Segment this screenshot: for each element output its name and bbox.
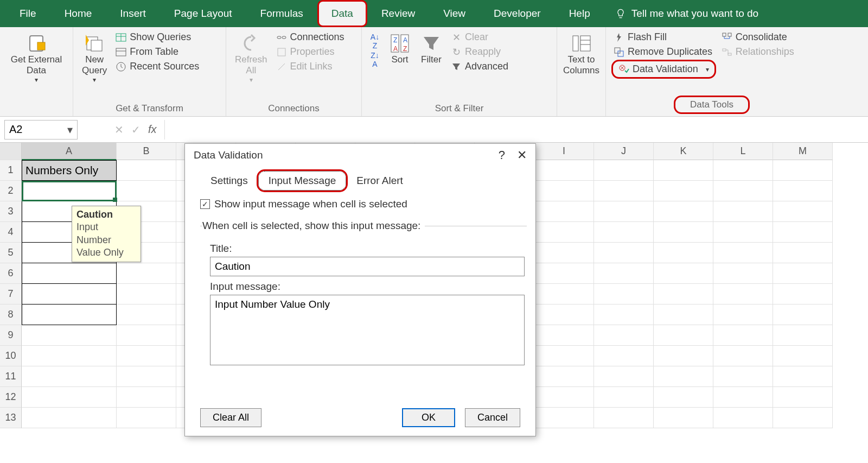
flash-fill-button[interactable]: Flash Fill [611,30,716,44]
close-icon[interactable]: ✕ [517,148,527,162]
cell-M4[interactable] [773,222,833,243]
column-header-J[interactable]: J [594,143,654,160]
ok-button[interactable]: OK [402,408,455,427]
cell-M6[interactable] [773,263,833,284]
cell-B9[interactable] [117,325,176,346]
cell-M5[interactable] [773,243,833,263]
cell-I4[interactable] [534,222,594,243]
cell-J1[interactable] [594,160,654,181]
cell-J13[interactable] [594,408,654,428]
cell-A1[interactable]: Numbers Only [22,160,117,181]
cell-I6[interactable] [534,263,594,284]
cell-B7[interactable] [117,284,176,305]
dialog-tab-settings[interactable]: Settings [200,171,258,191]
cell-K12[interactable] [654,387,713,408]
cell-L5[interactable] [713,243,773,263]
cell-A8[interactable] [22,305,117,325]
cell-K11[interactable] [654,366,713,387]
data-validation-button[interactable]: Data Validation▾ [616,62,711,76]
cell-J4[interactable] [594,222,654,243]
cell-K10[interactable] [654,346,713,366]
from-table-button[interactable]: From Table [113,45,201,59]
cell-B2[interactable] [117,181,176,201]
cell-B6[interactable] [117,263,176,284]
cell-K9[interactable] [654,325,713,346]
row-header-5[interactable]: 5 [0,243,22,263]
advanced-filter-button[interactable]: Advanced [449,60,510,73]
tab-home[interactable]: Home [50,0,106,27]
row-header-9[interactable]: 9 [0,325,22,346]
relationships-button[interactable]: Relationships [719,45,796,59]
cell-M2[interactable] [773,181,833,201]
cell-I8[interactable] [534,305,594,325]
column-header-M[interactable]: M [773,143,833,160]
edit-links-button[interactable]: Edit Links [274,60,347,73]
enter-formula-icon[interactable]: ✓ [131,123,141,136]
cell-L8[interactable] [713,305,773,325]
cell-K5[interactable] [654,243,713,263]
cell-J3[interactable] [594,201,654,222]
tab-formulas[interactable]: Formulas [246,0,317,27]
properties-button[interactable]: Properties [274,45,347,59]
tab-developer[interactable]: Developer [480,0,555,27]
cell-M8[interactable] [773,305,833,325]
tab-page-layout[interactable]: Page Layout [160,0,246,27]
sort-button[interactable]: ZAAZ Sort [386,30,414,67]
cell-L2[interactable] [713,181,773,201]
recent-sources-button[interactable]: Recent Sources [113,60,201,73]
name-box[interactable]: A2 ▾ [4,120,78,139]
cell-L4[interactable] [713,222,773,243]
cell-M3[interactable] [773,201,833,222]
cell-I12[interactable] [534,387,594,408]
column-header-A[interactable]: A [22,143,117,160]
refresh-all-button[interactable]: Refresh All ▾ [232,30,271,86]
row-header-1[interactable]: 1 [0,160,22,181]
cell-B13[interactable] [117,408,176,428]
tab-view[interactable]: View [429,0,480,27]
row-header-8[interactable]: 8 [0,305,22,325]
cell-I1[interactable] [534,160,594,181]
cell-I2[interactable] [534,181,594,201]
column-header-K[interactable]: K [654,143,713,160]
show-queries-button[interactable]: Show Queries [113,30,201,44]
title-input[interactable] [210,257,525,276]
cancel-formula-icon[interactable]: ✕ [114,123,124,136]
cell-K1[interactable] [654,160,713,181]
cell-K8[interactable] [654,305,713,325]
tab-file[interactable]: File [5,0,50,27]
cell-A9[interactable] [22,325,117,346]
fx-icon[interactable]: fx [148,123,157,136]
cell-L6[interactable] [713,263,773,284]
help-icon[interactable]: ? [499,148,505,162]
cell-A7[interactable] [22,284,117,305]
sort-za-button[interactable]: Z↓A [367,53,382,66]
cell-I10[interactable] [534,346,594,366]
cell-M9[interactable] [773,325,833,346]
row-header-3[interactable]: 3 [0,201,22,222]
dialog-tab-error-alert[interactable]: Error Alert [346,171,413,191]
cell-B8[interactable] [117,305,176,325]
cell-A11[interactable] [22,366,117,387]
tab-data[interactable]: Data [317,0,367,27]
select-all-corner[interactable] [0,143,22,160]
cell-L10[interactable] [713,346,773,366]
cell-J6[interactable] [594,263,654,284]
cell-I9[interactable] [534,325,594,346]
cell-I5[interactable] [534,243,594,263]
clear-filter-button[interactable]: ✕Clear [449,30,510,44]
column-header-L[interactable]: L [713,143,773,160]
cell-J10[interactable] [594,346,654,366]
reapply-button[interactable]: ↻Reapply [449,45,510,59]
cell-A2[interactable] [22,181,117,201]
formula-input[interactable] [164,120,868,139]
cell-M13[interactable] [773,408,833,428]
cell-L3[interactable] [713,201,773,222]
cell-A10[interactable] [22,346,117,366]
cancel-button[interactable]: Cancel [465,408,520,427]
consolidate-button[interactable]: Consolidate [719,30,796,44]
cell-K2[interactable] [654,181,713,201]
column-header-I[interactable]: I [534,143,594,160]
cell-J5[interactable] [594,243,654,263]
cell-J2[interactable] [594,181,654,201]
cell-I7[interactable] [534,284,594,305]
